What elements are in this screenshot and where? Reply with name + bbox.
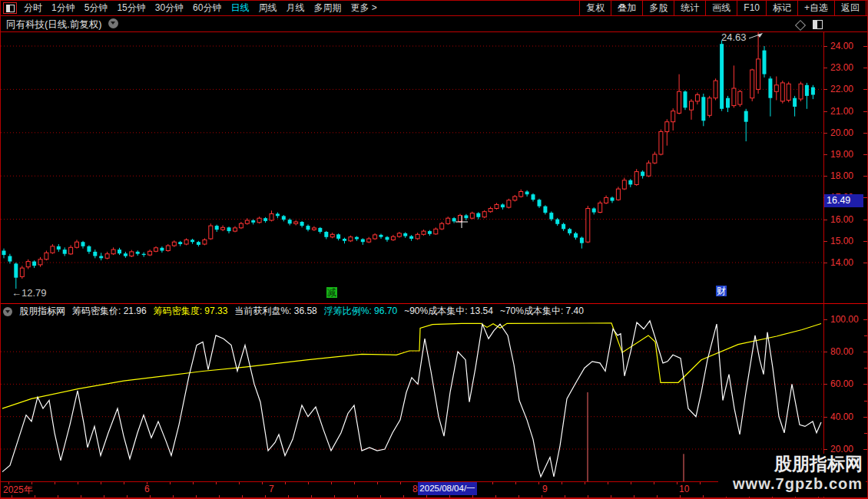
indicator-readout: ~70%成本集中: 7.40 bbox=[500, 305, 584, 318]
date-tick bbox=[677, 482, 678, 484]
axis-tick bbox=[823, 111, 827, 112]
y-axis-line bbox=[823, 31, 824, 498]
date-tick bbox=[562, 482, 562, 484]
date-tick bbox=[147, 482, 147, 484]
date-label: 8 bbox=[412, 484, 418, 494]
indicator-readout: 筹码密集价: 21.96 bbox=[72, 305, 147, 318]
date-tick bbox=[492, 482, 493, 484]
date-tick bbox=[515, 482, 516, 484]
axis-tick bbox=[863, 220, 867, 220]
axis-tick bbox=[864, 401, 867, 402]
indicator-readout: 当前获利盘%: 36.58 bbox=[234, 305, 316, 318]
y-axis-label: 40.00 bbox=[830, 411, 853, 422]
axis-tick bbox=[863, 263, 867, 263]
watermark: 股朋指标网 www.7gpzb.com bbox=[718, 454, 866, 497]
tool-item-多股[interactable]: 多股 bbox=[642, 1, 674, 15]
high-annotation: 24.63 bbox=[721, 31, 747, 43]
series-当前获利盘% bbox=[2, 321, 821, 477]
split-panel-icon[interactable] bbox=[813, 20, 823, 29]
axis-tick bbox=[863, 133, 867, 134]
title-bar: 同有科技(日线.前复权) bbox=[1, 16, 868, 31]
watermark-url: www.7gpzb.com bbox=[718, 474, 863, 493]
date-tick bbox=[585, 482, 585, 484]
period-item-多周期[interactable]: 多周期 bbox=[313, 2, 341, 15]
indicator-chart[interactable] bbox=[1, 304, 823, 481]
y-axis-label: 24.00 bbox=[830, 41, 853, 51]
date-tick bbox=[8, 482, 9, 484]
y-axis-label: 100.00 bbox=[830, 314, 859, 325]
axis-tick bbox=[823, 352, 827, 352]
divider bbox=[1, 497, 868, 498]
period-item-30分钟[interactable]: 30分钟 bbox=[155, 2, 184, 15]
tool-item-标记[interactable]: 标记 bbox=[766, 1, 797, 15]
date-tick bbox=[538, 482, 539, 484]
period-toolbar: 分时1分钟5分钟15分钟30分钟60分钟日线周线月线多周期更多 > 复权叠加多股… bbox=[1, 1, 868, 15]
tool-item-复权[interactable]: 复权 bbox=[579, 1, 611, 15]
period-item-月线[interactable]: 月线 bbox=[286, 2, 304, 15]
axis-tick bbox=[863, 176, 867, 177]
period-item-周线[interactable]: 周线 bbox=[258, 2, 277, 15]
period-item-1分钟[interactable]: 1分钟 bbox=[51, 2, 75, 15]
candlestick-chart[interactable]: 24.63←12.79 bbox=[1, 31, 823, 300]
axis-tick bbox=[863, 111, 867, 112]
stock-title: 同有科技(日线.前复权) bbox=[6, 18, 101, 31]
axis-tick bbox=[863, 197, 867, 198]
axis-tick bbox=[823, 384, 827, 385]
chevron-down-circle-icon[interactable] bbox=[108, 18, 118, 28]
period-item-15分钟[interactable]: 15分钟 bbox=[117, 2, 145, 15]
tool-item-+自选[interactable]: +自选 bbox=[797, 1, 834, 15]
axis-tick bbox=[863, 319, 867, 320]
date-tick bbox=[55, 482, 55, 484]
tool-item-返回[interactable]: 返回 bbox=[834, 1, 866, 15]
axis-tick bbox=[863, 89, 867, 90]
period-item-分时[interactable]: 分时 bbox=[24, 2, 42, 15]
date-tick bbox=[78, 482, 78, 484]
y-axis-label: 19.00 bbox=[830, 149, 853, 160]
date-tick bbox=[170, 482, 171, 484]
date-tick bbox=[193, 482, 194, 484]
layout-split-icon[interactable] bbox=[3, 2, 17, 14]
period-item-日线[interactable]: 日线 bbox=[230, 2, 249, 15]
period-item-5分钟[interactable]: 5分钟 bbox=[84, 2, 108, 15]
event-badge-财[interactable]: 财 bbox=[716, 286, 727, 296]
indicator-readout: ~90%成本集中: 13.54 bbox=[404, 305, 493, 318]
axis-tick bbox=[823, 46, 827, 47]
date-tick bbox=[377, 482, 378, 484]
date-label: 9 bbox=[542, 484, 548, 494]
tool-item-统计[interactable]: 统计 bbox=[674, 1, 705, 15]
date-tick bbox=[101, 482, 101, 484]
axis-tick bbox=[823, 241, 827, 242]
y-axis-label: 22.00 bbox=[830, 84, 853, 94]
date-label-year: 2025年 bbox=[3, 484, 33, 497]
date-tick bbox=[631, 482, 631, 484]
axis-tick bbox=[864, 433, 867, 434]
low-annotation: ←12.79 bbox=[12, 287, 47, 299]
tool-item-画线[interactable]: 画线 bbox=[705, 1, 737, 15]
date-label: 7 bbox=[269, 484, 274, 494]
crosshair-date-box: 2025/08/04/一 bbox=[418, 482, 477, 495]
period-item-更多 >[interactable]: 更多 > bbox=[350, 2, 376, 15]
axis-tick bbox=[863, 352, 867, 352]
y-axis-label: 21.00 bbox=[830, 106, 853, 117]
indicator-header: 股朋指标网筹码密集价: 21.96筹码密集度: 97.33当前获利盘%: 36.… bbox=[3, 306, 584, 317]
crosshair-price-box: 16.49 bbox=[824, 194, 863, 207]
date-tick bbox=[285, 482, 286, 484]
indicator-readout: 股朋指标网 bbox=[19, 305, 65, 318]
indicator-readout: 筹码密集度: 97.33 bbox=[154, 305, 228, 318]
event-badge-减[interactable]: 减 bbox=[326, 287, 337, 298]
axis-tick bbox=[823, 89, 827, 90]
series-筹码密集度 bbox=[2, 323, 821, 408]
date-tick bbox=[331, 482, 332, 484]
watermark-site-name: 股朋指标网 bbox=[718, 454, 863, 474]
tool-item-叠加[interactable]: 叠加 bbox=[611, 1, 642, 15]
diamond-icon[interactable] bbox=[795, 20, 806, 31]
period-menu: 分时1分钟5分钟15分钟30分钟60分钟日线周线月线多周期更多 > bbox=[24, 1, 377, 15]
date-tick bbox=[239, 482, 240, 484]
chevron-down-circle-icon[interactable] bbox=[3, 307, 12, 316]
y-axis-label: 20.00 bbox=[830, 444, 853, 454]
date-label: 6 bbox=[144, 484, 150, 494]
y-axis-label: 80.00 bbox=[830, 346, 853, 357]
date-tick bbox=[262, 482, 263, 484]
tool-item-F10[interactable]: F10 bbox=[737, 1, 766, 15]
period-item-60分钟[interactable]: 60分钟 bbox=[193, 2, 221, 15]
